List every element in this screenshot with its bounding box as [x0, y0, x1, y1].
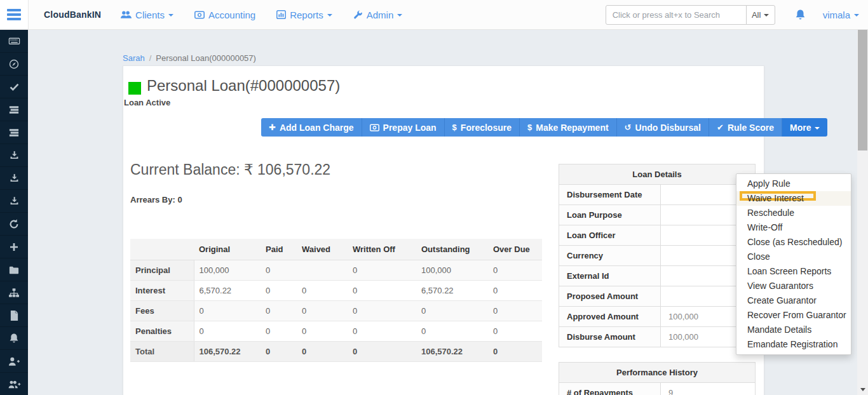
nav-menu-label: Accounting — [208, 10, 255, 20]
sidebar-sitemap-icon[interactable] — [0, 281, 28, 304]
sidebar-download-icon[interactable] — [0, 167, 28, 190]
brand-logo: CloudBankIN — [44, 10, 101, 20]
sidebar-folder-icon[interactable] — [0, 258, 28, 281]
breadcrumb-client-link[interactable]: Sarah — [123, 53, 145, 63]
menu-item-create-guarantor[interactable]: Create Guarantor — [736, 293, 851, 308]
col-header-original: Original — [194, 239, 261, 260]
cell: 6,570.22 — [194, 281, 261, 301]
menu-item-recover-from-guarantor[interactable]: Recover From Guarantor — [736, 308, 851, 323]
cell: 0 — [261, 281, 297, 301]
nav-menu-reports[interactable]: Reports — [276, 10, 332, 20]
sidebar-plus-icon[interactable] — [0, 236, 28, 258]
col-header-paid: Paid — [261, 239, 297, 260]
table-row-principal: Principal 100,000 0 0 100,000 0 — [130, 260, 542, 281]
sidebar-list-icon[interactable] — [0, 98, 28, 121]
scrollbar-thumb[interactable] — [858, 30, 867, 151]
cell: 0 — [194, 301, 261, 321]
sidebar-refresh-icon[interactable] — [0, 213, 28, 236]
cell: 0 — [297, 301, 348, 321]
prepay-loan-button[interactable]: Prepay Loan — [362, 118, 445, 137]
sidebar-keyboard-icon[interactable] — [0, 30, 28, 53]
search-scope-dropdown[interactable]: All — [746, 5, 775, 25]
detail-row: Loan Purpose — [559, 205, 756, 225]
make-repayment-button[interactable]: $Make Repayment — [520, 118, 617, 137]
arrears-value: 0 — [177, 195, 182, 204]
table-row-interest: Interest 6,570.22 0 0 0 6,570.22 0 — [130, 281, 542, 301]
col-header-written-off: Written Off — [348, 239, 416, 260]
top-navbar: CloudBankIN Clients Accounting Reports A… — [0, 0, 868, 30]
cell: 0 — [348, 321, 416, 342]
cell: 0 — [348, 260, 416, 281]
sidebar-list-icon[interactable] — [0, 121, 28, 144]
nav-menu-label: Reports — [290, 10, 323, 20]
users-icon — [120, 10, 132, 19]
menu-item-waive-interest[interactable]: Waive Interest — [736, 191, 851, 206]
current-balance-value: ₹ 106,570.22 — [244, 161, 330, 178]
sidebar-file-icon[interactable] — [0, 304, 28, 327]
row-label: Penalties — [130, 321, 194, 342]
cell: 0 — [261, 260, 297, 281]
rule-score-button[interactable]: ✔Rule Score — [709, 118, 782, 137]
global-search-input[interactable] — [606, 5, 747, 25]
menu-item-view-guarantors[interactable]: View Guarantors — [736, 279, 851, 293]
caret-down-icon — [168, 14, 173, 17]
user-menu[interactable]: vimala — [823, 10, 859, 20]
hamburger-menu-icon[interactable] — [0, 0, 29, 29]
menu-item-label: Apply Rule — [747, 178, 790, 189]
menu-item-mandate-details[interactable]: Mandate Details — [736, 323, 851, 337]
scrollbar-down-arrow[interactable] — [857, 384, 868, 395]
sidebar-compass-icon[interactable] — [0, 53, 28, 76]
add-loan-charge-button[interactable]: ✚Add Loan Charge — [261, 118, 362, 137]
sidebar-bell-icon[interactable] — [0, 327, 28, 350]
cell: 0 — [348, 342, 416, 362]
performance-history-title: Performance History — [559, 363, 756, 383]
detail-label: Loan Officer — [559, 225, 661, 246]
detail-row: Approved Amount100,000 — [559, 307, 756, 327]
sidebar-check-icon[interactable] — [0, 76, 28, 98]
menu-item-label: Write-Off — [747, 222, 783, 232]
sidebar-users-plus-icon[interactable] — [0, 373, 28, 395]
detail-row: External Id — [559, 266, 756, 286]
menu-item-write-off[interactable]: Write-Off — [736, 220, 851, 235]
button-label: Make Repayment — [536, 123, 608, 133]
menu-item-emandate-registration[interactable]: Emandate Registration — [736, 337, 851, 352]
detail-row: Currency — [559, 246, 756, 266]
cell: 6,570.22 — [416, 281, 488, 301]
page-scrollbar[interactable] — [857, 30, 868, 395]
sidebar-download-icon[interactable] — [0, 190, 28, 213]
balance-breakdown-table: Original Paid Waived Written Off Outstan… — [130, 239, 542, 362]
detail-label: Disburse Amount — [559, 327, 661, 347]
menu-item-label: Emandate Registration — [747, 339, 837, 349]
menu-item-loan-screen-reports[interactable]: Loan Screen Reports — [736, 264, 851, 279]
button-label: Add Loan Charge — [280, 123, 354, 133]
undo-disbursal-button[interactable]: ↺Undo Disbursal — [617, 118, 709, 137]
sidebar-download-icon[interactable] — [0, 144, 28, 167]
cell: 0 — [488, 342, 542, 362]
foreclosure-button[interactable]: $Foreclosure — [445, 118, 520, 137]
page-title: Personal Loan(#000000057) — [147, 77, 340, 95]
detail-row: Loan Officer — [559, 225, 756, 246]
cell: 0 — [416, 321, 488, 342]
notifications-bell-icon[interactable] — [795, 9, 806, 20]
detail-label: # of Repayments — [559, 383, 661, 395]
sidebar-user-plus-icon[interactable] — [0, 350, 28, 373]
bar-chart-icon — [276, 10, 286, 19]
dollar-icon: $ — [527, 123, 532, 132]
menu-item-close[interactable]: Close — [736, 250, 851, 264]
menu-item-reschedule[interactable]: Reschedule — [736, 206, 851, 220]
cell: 106,570.22 — [194, 342, 261, 362]
col-header-outstanding: Outstanding — [416, 239, 488, 260]
cell: 100,000 — [416, 260, 488, 281]
menu-item-apply-rule[interactable]: Apply Rule — [736, 177, 851, 191]
menu-item-label: Close (as Rescheduled) — [747, 237, 842, 247]
cell: 0 — [416, 301, 488, 321]
nav-menu-accounting[interactable]: Accounting — [194, 10, 255, 20]
menu-item-label: Recover From Guarantor — [747, 310, 846, 320]
menu-item-close-as-rescheduled[interactable]: Close (as Rescheduled) — [736, 235, 851, 250]
more-button[interactable]: More — [782, 118, 827, 137]
button-label: More — [790, 123, 811, 133]
nav-menu-clients[interactable]: Clients — [120, 10, 173, 20]
nav-menu-admin[interactable]: Admin — [353, 10, 403, 20]
plus-icon: ✚ — [269, 123, 276, 132]
button-label: Undo Disbursal — [635, 123, 701, 133]
